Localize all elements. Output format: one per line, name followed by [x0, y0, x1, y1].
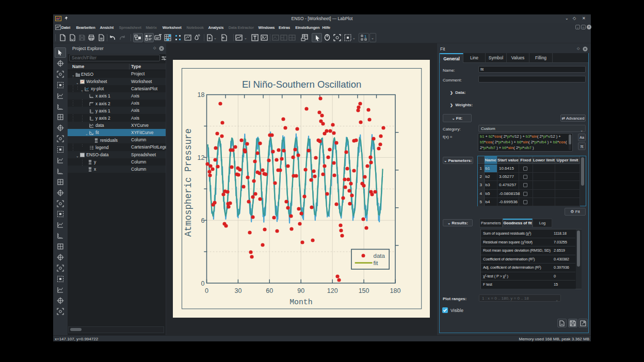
svg-text:1: 1 — [364, 35, 367, 39]
svg-text:Month: Month — [289, 298, 312, 306]
svg-text:180: 180 — [390, 287, 401, 294]
svg-text:El Niño-Southern Oscillation: El Niño-Southern Oscillation — [242, 79, 361, 90]
svg-text:Atmospheric Pressure: Atmospheric Pressure — [183, 128, 194, 237]
svg-text:fit: fit — [374, 260, 379, 266]
svg-text:30: 30 — [234, 287, 242, 294]
svg-text:90: 90 — [297, 287, 304, 294]
svg-text:0: 0 — [205, 287, 208, 294]
svg-text:data: data — [374, 253, 385, 259]
svg-text:18: 18 — [198, 91, 205, 98]
svg-text:0: 0 — [201, 280, 205, 287]
svg-text:60: 60 — [266, 287, 273, 294]
svg-text:120: 120 — [327, 287, 338, 294]
svg-text:12: 12 — [198, 154, 205, 161]
svg-text:6: 6 — [201, 217, 205, 224]
svg-text:150: 150 — [359, 287, 369, 294]
